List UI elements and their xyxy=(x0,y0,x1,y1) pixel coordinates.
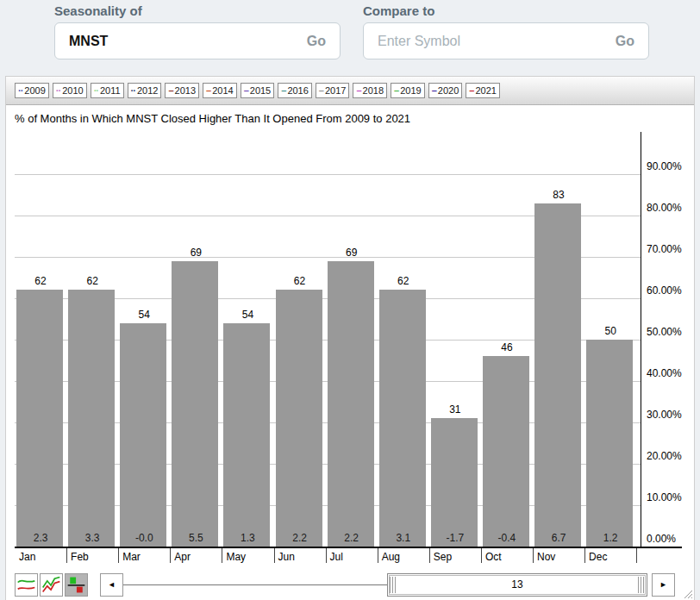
year-label: 2009 xyxy=(24,85,45,96)
avg-change-label: -0.0 xyxy=(118,532,170,544)
year-label: 2012 xyxy=(137,85,158,96)
year-marker-icon: – xyxy=(244,85,248,96)
bar-Oct xyxy=(483,356,529,547)
bar-value-label: 46 xyxy=(481,341,533,353)
bar-Mar xyxy=(120,323,166,547)
month-label-Dec: Dec xyxy=(589,551,607,563)
year-label: 2010 xyxy=(62,85,83,96)
legend-year-2017[interactable]: –2017 xyxy=(316,83,350,98)
year-label: 2021 xyxy=(475,85,496,96)
month-label-Jun: Jun xyxy=(278,551,295,563)
compare-label: Compare to xyxy=(363,3,649,18)
year-label: 2014 xyxy=(212,85,233,96)
y-tick-label: 70.00% xyxy=(647,243,682,255)
bar-Jun xyxy=(276,290,322,547)
legend-year-2018[interactable]: –2018 xyxy=(353,83,387,98)
legend-year-2019[interactable]: –2019 xyxy=(391,83,425,98)
avg-change-label: 5.5 xyxy=(170,532,222,544)
slider-right-grip[interactable] xyxy=(638,577,645,593)
scrollbar-track[interactable] xyxy=(123,584,387,585)
y-tick-label: 60.00% xyxy=(647,284,682,297)
bar-value-label: 62 xyxy=(274,275,326,287)
legend-year-2013[interactable]: –2013 xyxy=(165,83,199,98)
avg-change-label: 2.2 xyxy=(274,532,326,544)
y-axis-line xyxy=(641,132,641,547)
compare-go-button[interactable]: Go xyxy=(616,34,634,49)
bar-Jan xyxy=(16,290,63,547)
bar-value-label: 31 xyxy=(429,403,481,416)
x-axis-line xyxy=(15,547,682,548)
month-tick xyxy=(170,548,171,563)
month-tick xyxy=(118,548,119,563)
month-tick xyxy=(66,548,67,563)
legend-year-2015[interactable]: –2015 xyxy=(241,83,275,98)
year-label: 2017 xyxy=(325,85,346,96)
month-tick xyxy=(584,548,585,563)
year-marker-icon: – xyxy=(206,85,210,96)
compare-input[interactable] xyxy=(378,34,616,49)
bar-value-label: 50 xyxy=(584,325,636,337)
bar-value-label: 83 xyxy=(533,189,584,201)
month-tick xyxy=(481,548,482,563)
month-label-Mar: Mar xyxy=(122,551,141,563)
month-tick xyxy=(274,548,275,563)
legend-year-2011[interactable]: ··2011 xyxy=(91,83,124,98)
legend-bar: ··2009··2010··2011··2012–2013–2014–2015–… xyxy=(6,77,694,105)
year-marker-icon: ·· xyxy=(56,85,60,96)
legend-year-2014[interactable]: –2014 xyxy=(203,83,237,98)
gridline-90.00% xyxy=(15,174,641,175)
bar-value-label: 62 xyxy=(15,275,66,287)
legend-year-2010[interactable]: ··2010 xyxy=(53,83,87,98)
bar-value-label: 54 xyxy=(222,309,273,321)
month-label-Jul: Jul xyxy=(330,551,343,563)
month-tick xyxy=(378,548,378,563)
scrollbar-slider[interactable]: 13 xyxy=(387,573,647,597)
year-marker-icon: – xyxy=(432,85,436,96)
seasonality-label: Seasonality of xyxy=(54,3,341,18)
y-tick-label: 40.00% xyxy=(647,367,682,379)
year-marker-icon: ·· xyxy=(94,85,98,96)
header: Seasonality of Go Compare to Go xyxy=(0,0,700,73)
avg-change-label: 1.2 xyxy=(584,532,636,544)
slider-left-grip[interactable] xyxy=(390,577,397,593)
slider-value: 13 xyxy=(398,578,636,591)
bar-Apr xyxy=(172,261,218,547)
legend-year-2020[interactable]: –2020 xyxy=(428,83,463,98)
legend-year-2016[interactable]: –2016 xyxy=(278,83,312,98)
bar-value-label: 69 xyxy=(326,247,378,259)
bar-chart-icon[interactable] xyxy=(65,573,88,597)
y-tick-label: 50.00% xyxy=(647,326,682,338)
y-tick-label: 90.00% xyxy=(647,160,682,172)
month-tick xyxy=(636,548,637,563)
legend-year-2009[interactable]: ··2009 xyxy=(15,83,49,98)
resize-grip-icon[interactable] xyxy=(681,587,693,599)
bar-Aug xyxy=(379,290,426,547)
year-marker-icon: – xyxy=(168,85,172,96)
month-label-Nov: Nov xyxy=(537,551,555,563)
bar-Jul xyxy=(328,261,374,547)
bottom-toolbar: ◄ 13 ► xyxy=(6,569,694,600)
avg-change-label: 3.1 xyxy=(378,532,429,544)
avg-change-label: 2.2 xyxy=(326,532,378,544)
smooth-line-chart-icon[interactable] xyxy=(15,573,38,597)
avg-change-label: -0.4 xyxy=(481,532,533,544)
month-label-Oct: Oct xyxy=(485,551,502,563)
scroll-left-button[interactable]: ◄ xyxy=(100,573,123,597)
bar-Feb xyxy=(68,290,115,547)
chart-card: ··2009··2010··2011··2012–2013–2014–2015–… xyxy=(5,76,695,600)
symbol-input[interactable] xyxy=(69,34,307,49)
zigzag-line-chart-icon[interactable] xyxy=(40,573,63,597)
avg-change-label: 1.3 xyxy=(222,532,273,544)
y-tick-label: 10.00% xyxy=(647,491,682,503)
y-tick-label: 30.00% xyxy=(647,409,682,421)
avg-change-label: -1.7 xyxy=(429,532,481,544)
plot-region: 0.00%10.00%20.00%30.00%40.00%50.00%60.00… xyxy=(6,105,694,569)
bar-Nov xyxy=(534,203,581,547)
legend-year-2021[interactable]: –2021 xyxy=(466,83,500,98)
page: Seasonality of Go Compare to Go ··2009··… xyxy=(0,0,700,600)
symbol-go-button[interactable]: Go xyxy=(307,34,326,49)
legend-year-2012[interactable]: ··2012 xyxy=(128,83,162,98)
bar-Dec xyxy=(586,340,633,547)
scroll-right-button[interactable]: ► xyxy=(652,573,675,597)
month-tick xyxy=(326,548,327,563)
